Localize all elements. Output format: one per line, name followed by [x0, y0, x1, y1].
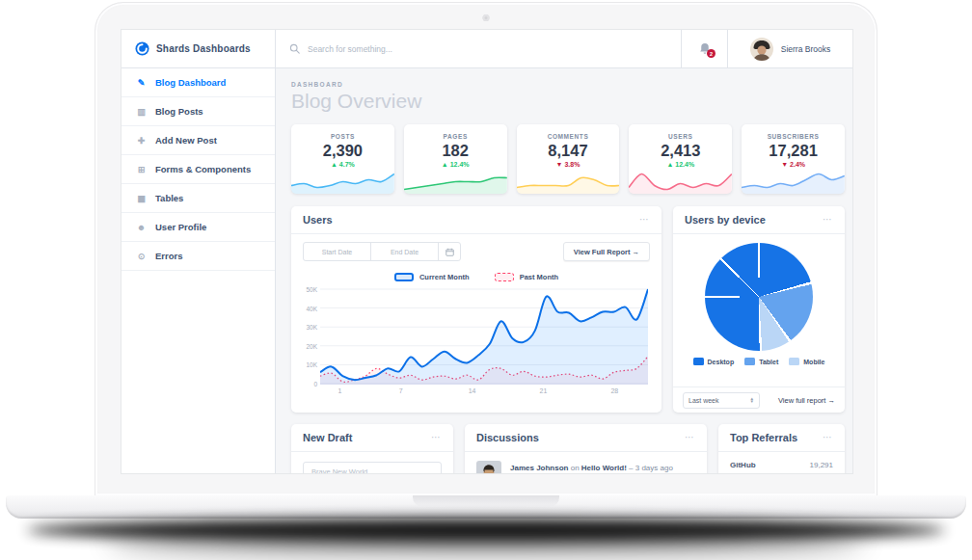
stat-card-pages: PAGES 182 ▲ 12.4%: [404, 124, 507, 194]
stat-delta: ▲ 12.4%: [629, 161, 732, 168]
card-title: New Draft: [303, 432, 352, 443]
card-title: Discussions: [476, 432, 539, 443]
card-title: Users by device: [685, 214, 766, 226]
top-navbar: Shards Dashboards Search for something..…: [122, 30, 852, 68]
legend-swatch-tablet: [744, 358, 755, 365]
sidebar-item-forms-components[interactable]: ⊞Forms & Components: [122, 155, 275, 184]
card-menu-icon[interactable]: ⋯: [639, 218, 650, 222]
stat-delta: ▼ 2.4%: [742, 161, 845, 168]
pie-legend: Desktop Tablet Mobile: [673, 358, 845, 365]
brand-name: Shards Dashboards: [156, 43, 251, 54]
stat-card-users: USERS 2,413 ▲ 12.4%: [629, 124, 732, 194]
user-name: Sierra Brooks: [781, 44, 831, 54]
card-menu-icon[interactable]: ⋯: [823, 218, 833, 222]
card-menu-icon[interactable]: ⋯: [823, 436, 833, 440]
sparkline-users: [629, 169, 732, 194]
legend-swatch-past: [495, 273, 514, 281]
stat-card-posts: POSTS 2,390 ▲ 4.7%: [291, 124, 394, 194]
stat-card-subscribers: SUBSCRIBERS 17,281 ▼ 2.4%: [742, 124, 845, 194]
main-content: DASHBOARD Blog Overview POSTS 2,390 ▲ 4.…: [276, 68, 852, 473]
timeframe-select[interactable]: Last week ▲▼: [683, 392, 760, 409]
person-icon: ☻: [136, 223, 147, 232]
brand[interactable]: Shards Dashboards: [122, 30, 276, 68]
end-date-input[interactable]: End Date: [371, 243, 439, 260]
error-icon: ⊙: [136, 252, 147, 261]
x-axis-tick: 7: [399, 387, 403, 394]
x-axis-tick: 14: [469, 387, 476, 394]
shards-logo-icon: [135, 41, 149, 56]
laptop-mockup: Shards Dashboards Search for something..…: [0, 0, 972, 560]
stat-delta: ▲ 12.4%: [404, 161, 507, 168]
avatar: [750, 38, 773, 61]
dashboard-app: Shards Dashboards Search for something..…: [122, 30, 852, 473]
sidebar-item-errors[interactable]: ⊙Errors: [122, 242, 275, 271]
search-input[interactable]: Search for something...: [308, 44, 392, 54]
legend-swatch-desktop: [693, 358, 704, 365]
forms-icon: ⊞: [136, 165, 147, 174]
notification-badge: 2: [707, 49, 716, 58]
posts-icon: ▥: [136, 107, 147, 117]
calendar-button[interactable]: [439, 243, 460, 260]
y-axis-tick: 10K: [299, 361, 317, 368]
search-bar[interactable]: Search for something...: [276, 30, 681, 68]
pencil-icon: ✎: [136, 78, 147, 88]
legend-swatch-current: [394, 273, 414, 281]
sidebar-item-user-profile[interactable]: ☻User Profile: [122, 213, 275, 242]
user-menu[interactable]: Sierra Brooks: [727, 30, 852, 68]
y-axis-tick: 50K: [299, 286, 317, 293]
laptop-camera: [483, 14, 490, 21]
discussion-text: James Johnson on Hello World! – 3 days a…: [510, 461, 673, 473]
commenter-avatar: [476, 461, 501, 473]
page-title: Blog Overview: [291, 90, 845, 113]
card-menu-icon[interactable]: ⋯: [685, 436, 695, 440]
top-referrals-card: Top Referrals ⋯ GitHub 19,291: [718, 424, 845, 473]
y-axis-tick: 20K: [299, 343, 317, 350]
stats-row: POSTS 2,390 ▲ 4.7% PAGES 182 ▲ 12.4%: [291, 124, 845, 194]
discussion-row[interactable]: James Johnson on Hello World! – 3 days a…: [465, 452, 707, 473]
users-line-chart: 010K20K30K40K50K 17142128: [299, 288, 650, 413]
device-pie-chart: [705, 243, 813, 351]
notifications-button[interactable]: 2: [681, 30, 727, 68]
view-full-report-button[interactable]: View Full Report →: [563, 242, 650, 261]
card-menu-icon[interactable]: ⋯: [431, 436, 442, 440]
sidebar-item-blog-dashboard[interactable]: ✎Blog Dashboard: [122, 68, 275, 97]
search-icon: [289, 43, 300, 54]
view-full-report-link[interactable]: View full report →: [778, 396, 835, 405]
new-draft-card: New Draft ⋯ Brave New World: [291, 424, 453, 473]
sparkline-posts: [291, 169, 394, 194]
users-by-device-card: Users by device ⋯ Desktop Tablet Mobile: [673, 206, 845, 413]
sparkline-subscribers: [742, 169, 845, 194]
sparkline-pages: [404, 169, 507, 194]
chart-legend: Current Month Past Month: [291, 269, 662, 284]
legend-swatch-mobile: [789, 358, 799, 365]
card-title: Top Referrals: [730, 432, 797, 443]
laptop-notch: [413, 495, 559, 507]
stat-delta: ▼ 3.8%: [517, 161, 620, 168]
sidebar-item-add-new-post[interactable]: ✚Add New Post: [122, 126, 275, 155]
start-date-input[interactable]: Start Date: [304, 243, 371, 260]
laptop-screen-frame: Shards Dashboards Search for something..…: [94, 2, 878, 495]
users-chart-card: Users ⋯ Start Date End Date: [291, 206, 662, 413]
x-axis-tick: 28: [610, 387, 618, 394]
breadcrumb: DASHBOARD: [291, 81, 845, 88]
screen: Shards Dashboards Search for something..…: [121, 29, 853, 474]
x-axis-tick: 1: [338, 387, 341, 394]
stat-delta: ▲ 4.7%: [291, 161, 394, 168]
add-post-icon: ✚: [136, 136, 147, 146]
x-axis-tick: 21: [540, 387, 548, 394]
referral-row[interactable]: GitHub 19,291: [718, 452, 845, 473]
laptop-shadow-soft: [106, 534, 866, 551]
y-axis-tick: 40K: [299, 306, 317, 312]
draft-title-input[interactable]: Brave New World: [303, 462, 442, 473]
date-range-picker: Start Date End Date: [303, 242, 461, 261]
sparkline-comments: [517, 169, 620, 194]
sidebar-item-tables[interactable]: ▦Tables: [122, 184, 275, 213]
y-axis-tick: 0: [299, 381, 317, 387]
calendar-icon: [446, 248, 454, 256]
card-title: Users: [303, 214, 333, 226]
stat-card-comments: COMMENTS 8,147 ▼ 3.8%: [517, 124, 620, 194]
sidebar-item-blog-posts[interactable]: ▥Blog Posts: [122, 97, 275, 126]
table-icon: ▦: [136, 194, 147, 203]
discussions-card: Discussions ⋯ James Johnson on: [465, 424, 707, 473]
sidebar: ✎Blog Dashboard ▥Blog Posts ✚Add New Pos…: [122, 68, 276, 473]
